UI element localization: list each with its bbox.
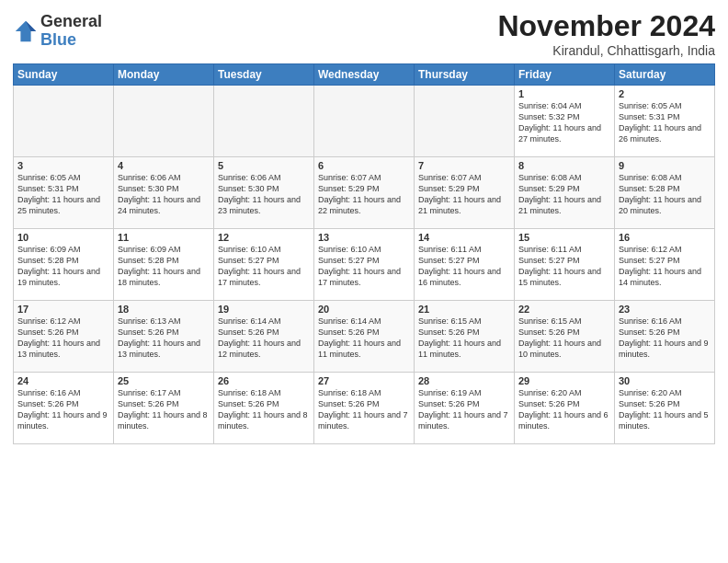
day-info: Sunrise: 6:09 AM Sunset: 5:28 PM Dayligh… xyxy=(17,244,109,289)
day-number: 3 xyxy=(17,160,109,171)
calendar-day-cell: 22Sunrise: 6:15 AM Sunset: 5:26 PM Dayli… xyxy=(515,301,615,373)
calendar-week-row: 1Sunrise: 6:04 AM Sunset: 5:32 PM Daylig… xyxy=(14,86,715,157)
weekday-header: Friday xyxy=(515,64,615,86)
day-info: Sunrise: 6:07 AM Sunset: 5:29 PM Dayligh… xyxy=(418,172,510,217)
day-number: 14 xyxy=(418,232,510,243)
calendar-day-cell: 10Sunrise: 6:09 AM Sunset: 5:28 PM Dayli… xyxy=(14,229,114,301)
day-number: 2 xyxy=(619,88,711,99)
day-number: 28 xyxy=(418,375,510,386)
day-number: 16 xyxy=(619,232,711,243)
day-info: Sunrise: 6:18 AM Sunset: 5:26 PM Dayligh… xyxy=(318,387,410,432)
day-number: 4 xyxy=(118,160,210,171)
day-info: Sunrise: 6:08 AM Sunset: 5:29 PM Dayligh… xyxy=(518,172,610,217)
day-info: Sunrise: 6:18 AM Sunset: 5:26 PM Dayligh… xyxy=(218,387,310,432)
day-info: Sunrise: 6:20 AM Sunset: 5:26 PM Dayligh… xyxy=(518,387,610,432)
calendar-day-cell: 6Sunrise: 6:07 AM Sunset: 5:29 PM Daylig… xyxy=(314,157,415,229)
day-number: 24 xyxy=(17,375,109,386)
calendar-day-cell: 15Sunrise: 6:11 AM Sunset: 5:27 PM Dayli… xyxy=(515,229,615,301)
day-number: 6 xyxy=(318,160,410,171)
day-number: 30 xyxy=(619,375,711,386)
logo: General Blue xyxy=(13,13,102,50)
calendar-day-cell: 12Sunrise: 6:10 AM Sunset: 5:27 PM Dayli… xyxy=(214,229,314,301)
calendar-day-cell: 23Sunrise: 6:16 AM Sunset: 5:26 PM Dayli… xyxy=(615,301,715,373)
calendar-day-cell: 4Sunrise: 6:06 AM Sunset: 5:30 PM Daylig… xyxy=(114,157,214,229)
day-info: Sunrise: 6:15 AM Sunset: 5:26 PM Dayligh… xyxy=(518,316,610,361)
day-info: Sunrise: 6:16 AM Sunset: 5:26 PM Dayligh… xyxy=(619,316,711,361)
calendar-week-row: 24Sunrise: 6:16 AM Sunset: 5:26 PM Dayli… xyxy=(14,373,715,444)
day-info: Sunrise: 6:14 AM Sunset: 5:26 PM Dayligh… xyxy=(218,316,310,361)
calendar-day-cell: 25Sunrise: 6:17 AM Sunset: 5:26 PM Dayli… xyxy=(114,373,214,444)
day-info: Sunrise: 6:09 AM Sunset: 5:28 PM Dayligh… xyxy=(118,244,210,289)
calendar-day-cell: 24Sunrise: 6:16 AM Sunset: 5:26 PM Dayli… xyxy=(14,373,114,444)
day-number: 8 xyxy=(518,160,610,171)
day-info: Sunrise: 6:12 AM Sunset: 5:26 PM Dayligh… xyxy=(17,316,109,361)
day-number: 22 xyxy=(518,304,610,315)
weekday-header: Thursday xyxy=(415,64,515,86)
day-number: 5 xyxy=(218,160,310,171)
title-block: November 2024 Kirandul, Chhattisgarh, In… xyxy=(497,9,715,58)
day-number: 10 xyxy=(17,232,109,243)
calendar-day-cell xyxy=(214,86,314,157)
header: General Blue November 2024 Kirandul, Chh… xyxy=(13,9,715,58)
page: General Blue November 2024 Kirandul, Chh… xyxy=(0,0,728,563)
weekday-header: Monday xyxy=(114,64,214,86)
calendar-week-row: 17Sunrise: 6:12 AM Sunset: 5:26 PM Dayli… xyxy=(14,301,715,373)
calendar-week-row: 10Sunrise: 6:09 AM Sunset: 5:28 PM Dayli… xyxy=(14,229,715,301)
calendar-day-cell: 21Sunrise: 6:15 AM Sunset: 5:26 PM Dayli… xyxy=(415,301,515,373)
day-info: Sunrise: 6:06 AM Sunset: 5:30 PM Dayligh… xyxy=(118,172,210,217)
day-info: Sunrise: 6:08 AM Sunset: 5:28 PM Dayligh… xyxy=(619,172,711,217)
calendar-day-cell: 11Sunrise: 6:09 AM Sunset: 5:28 PM Dayli… xyxy=(114,229,214,301)
day-number: 23 xyxy=(619,304,711,315)
day-info: Sunrise: 6:16 AM Sunset: 5:26 PM Dayligh… xyxy=(17,387,109,432)
day-number: 21 xyxy=(418,304,510,315)
day-info: Sunrise: 6:04 AM Sunset: 5:32 PM Dayligh… xyxy=(518,100,610,145)
day-info: Sunrise: 6:10 AM Sunset: 5:27 PM Dayligh… xyxy=(318,244,410,289)
day-number: 17 xyxy=(17,304,109,315)
calendar-day-cell xyxy=(415,86,515,157)
logo-blue: Blue xyxy=(40,30,76,49)
day-number: 20 xyxy=(318,304,410,315)
day-number: 15 xyxy=(518,232,610,243)
calendar-day-cell: 19Sunrise: 6:14 AM Sunset: 5:26 PM Dayli… xyxy=(214,301,314,373)
day-number: 19 xyxy=(218,304,310,315)
day-number: 12 xyxy=(218,232,310,243)
calendar-day-cell: 16Sunrise: 6:12 AM Sunset: 5:27 PM Dayli… xyxy=(615,229,715,301)
day-info: Sunrise: 6:12 AM Sunset: 5:27 PM Dayligh… xyxy=(619,244,711,289)
weekday-header: Wednesday xyxy=(314,64,415,86)
calendar-day-cell: 9Sunrise: 6:08 AM Sunset: 5:28 PM Daylig… xyxy=(615,157,715,229)
calendar-day-cell: 28Sunrise: 6:19 AM Sunset: 5:26 PM Dayli… xyxy=(415,373,515,444)
weekday-header: Tuesday xyxy=(214,64,314,86)
logo-icon xyxy=(13,18,39,44)
day-info: Sunrise: 6:05 AM Sunset: 5:31 PM Dayligh… xyxy=(619,100,711,145)
calendar-day-cell: 13Sunrise: 6:10 AM Sunset: 5:27 PM Dayli… xyxy=(314,229,415,301)
day-number: 25 xyxy=(118,375,210,386)
day-info: Sunrise: 6:15 AM Sunset: 5:26 PM Dayligh… xyxy=(418,316,510,361)
weekday-header: Sunday xyxy=(14,64,114,86)
day-number: 13 xyxy=(318,232,410,243)
day-number: 27 xyxy=(318,375,410,386)
day-number: 26 xyxy=(218,375,310,386)
day-number: 11 xyxy=(118,232,210,243)
calendar-day-cell: 8Sunrise: 6:08 AM Sunset: 5:29 PM Daylig… xyxy=(515,157,615,229)
calendar-day-cell xyxy=(314,86,415,157)
calendar-day-cell: 17Sunrise: 6:12 AM Sunset: 5:26 PM Dayli… xyxy=(14,301,114,373)
day-number: 9 xyxy=(619,160,711,171)
day-info: Sunrise: 6:17 AM Sunset: 5:26 PM Dayligh… xyxy=(118,387,210,432)
day-info: Sunrise: 6:19 AM Sunset: 5:26 PM Dayligh… xyxy=(418,387,510,432)
day-info: Sunrise: 6:13 AM Sunset: 5:26 PM Dayligh… xyxy=(118,316,210,361)
day-info: Sunrise: 6:11 AM Sunset: 5:27 PM Dayligh… xyxy=(518,244,610,289)
day-info: Sunrise: 6:20 AM Sunset: 5:26 PM Dayligh… xyxy=(619,387,711,432)
day-number: 1 xyxy=(518,88,610,99)
calendar: SundayMondayTuesdayWednesdayThursdayFrid… xyxy=(13,63,715,444)
day-info: Sunrise: 6:07 AM Sunset: 5:29 PM Dayligh… xyxy=(318,172,410,217)
day-info: Sunrise: 6:11 AM Sunset: 5:27 PM Dayligh… xyxy=(418,244,510,289)
calendar-day-cell xyxy=(114,86,214,157)
calendar-day-cell: 30Sunrise: 6:20 AM Sunset: 5:26 PM Dayli… xyxy=(615,373,715,444)
day-number: 18 xyxy=(118,304,210,315)
logo-general: General xyxy=(40,13,102,31)
calendar-day-cell: 2Sunrise: 6:05 AM Sunset: 5:31 PM Daylig… xyxy=(615,86,715,157)
calendar-day-cell: 3Sunrise: 6:05 AM Sunset: 5:31 PM Daylig… xyxy=(14,157,114,229)
calendar-day-cell: 7Sunrise: 6:07 AM Sunset: 5:29 PM Daylig… xyxy=(415,157,515,229)
day-info: Sunrise: 6:10 AM Sunset: 5:27 PM Dayligh… xyxy=(218,244,310,289)
calendar-day-cell: 26Sunrise: 6:18 AM Sunset: 5:26 PM Dayli… xyxy=(214,373,314,444)
